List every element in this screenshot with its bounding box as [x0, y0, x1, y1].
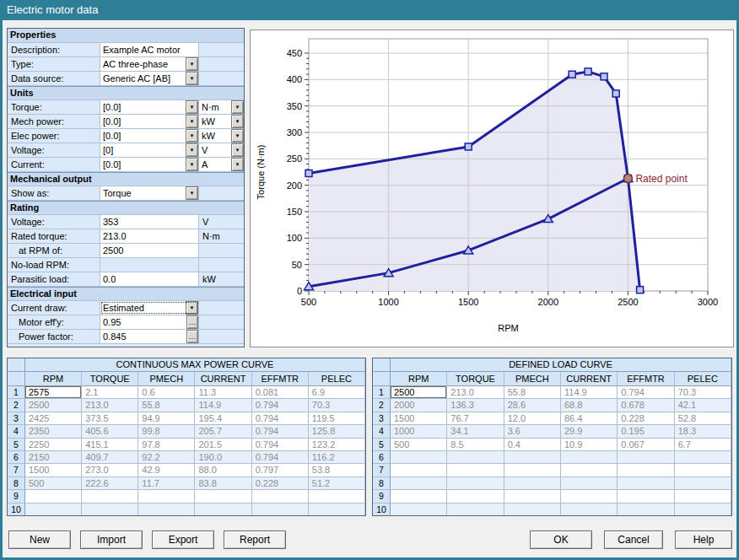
cell[interactable] — [447, 503, 504, 516]
data-source-dropdown[interactable]: Generic AC [AB]▼ — [100, 72, 198, 85]
cell[interactable]: 2350 — [25, 425, 82, 438]
chevron-down-icon[interactable]: ▼ — [186, 301, 198, 315]
new-button[interactable]: New — [8, 530, 71, 549]
cell[interactable]: 83.8 — [195, 477, 251, 490]
cell[interactable] — [618, 490, 674, 503]
cell[interactable]: 123.2 — [309, 439, 365, 451]
power-factor-input[interactable]: 0.845… — [100, 330, 198, 343]
cell[interactable]: 0.794 — [252, 399, 309, 412]
voltage-dropdown[interactable]: [0]▼ — [100, 143, 198, 157]
cell[interactable]: 0.067 — [618, 439, 674, 451]
cell[interactable]: 195.4 — [195, 412, 251, 425]
chevron-down-icon[interactable]: ▼ — [231, 115, 244, 128]
torque-dropdown[interactable]: [0.0]▼ — [100, 100, 198, 114]
ellipsis-icon[interactable]: … — [186, 315, 198, 329]
cell[interactable]: 500 — [25, 477, 82, 490]
cell[interactable] — [447, 477, 504, 490]
cell[interactable] — [391, 503, 447, 516]
row-number[interactable]: 9 — [8, 490, 25, 503]
chevron-down-icon[interactable]: ▼ — [231, 100, 244, 114]
cell[interactable]: 2500 — [25, 399, 82, 412]
cell[interactable] — [138, 503, 195, 516]
chevron-down-icon[interactable]: ▼ — [186, 129, 198, 143]
cell[interactable]: 2.1 — [82, 386, 138, 399]
cell[interactable]: 415.1 — [82, 439, 138, 451]
cell[interactable]: 0.797 — [252, 464, 309, 477]
row-number[interactable]: 3 — [8, 412, 25, 425]
cell[interactable] — [391, 490, 447, 503]
chevron-down-icon[interactable]: ▼ — [186, 57, 198, 71]
chevron-down-icon[interactable]: ▼ — [186, 115, 198, 128]
show-as-dropdown[interactable]: Torque▼ — [100, 186, 198, 200]
cell[interactable]: 28.6 — [504, 399, 561, 412]
torque-unit-dropdown[interactable]: N·m▼ — [199, 100, 244, 114]
cell[interactable] — [25, 503, 82, 516]
cell[interactable]: 0.794 — [618, 386, 674, 399]
cell[interactable]: 2250 — [25, 439, 82, 451]
cell[interactable]: 1500 — [25, 464, 82, 477]
cell[interactable] — [561, 503, 618, 516]
cell[interactable]: 2500 — [391, 386, 447, 399]
cell[interactable]: 55.8 — [138, 399, 195, 412]
chevron-down-icon[interactable]: ▼ — [186, 72, 198, 85]
row-number[interactable]: 6 — [8, 451, 25, 464]
cell[interactable] — [504, 503, 561, 516]
mech-power-dropdown[interactable]: [0.0]▼ — [100, 115, 198, 128]
cell[interactable] — [675, 490, 731, 503]
cell[interactable]: 34.1 — [447, 425, 504, 438]
cell[interactable]: 3.6 — [504, 425, 561, 438]
cell[interactable] — [561, 490, 618, 503]
report-button[interactable]: Report — [224, 530, 286, 549]
cell[interactable]: 11.7 — [138, 477, 195, 490]
cell[interactable]: 273.0 — [82, 464, 138, 477]
cell[interactable]: 405.6 — [82, 425, 138, 438]
cell[interactable] — [138, 490, 195, 503]
row-number[interactable]: 2 — [8, 399, 25, 412]
cell[interactable] — [195, 503, 251, 516]
cell[interactable] — [82, 503, 138, 516]
help-button[interactable]: Help — [675, 530, 732, 549]
cell[interactable]: 2425 — [25, 412, 82, 425]
cell[interactable]: 6.9 — [309, 386, 365, 399]
cell[interactable] — [504, 490, 561, 503]
row-number[interactable]: 4 — [8, 425, 25, 438]
cell[interactable]: 55.8 — [504, 386, 561, 399]
row-number[interactable]: 10 — [373, 503, 391, 516]
ok-button[interactable]: OK — [530, 530, 592, 549]
cell[interactable] — [675, 503, 731, 516]
cell[interactable]: 6.7 — [675, 439, 731, 451]
mech-power-unit-dropdown[interactable]: kW▼ — [199, 115, 244, 128]
cell[interactable]: 125.8 — [309, 425, 365, 438]
cell[interactable]: 51.2 — [309, 477, 365, 490]
cell[interactable] — [561, 451, 618, 464]
cell[interactable] — [447, 464, 504, 477]
cell[interactable] — [252, 503, 309, 516]
cell[interactable] — [618, 464, 674, 477]
cell[interactable] — [391, 464, 447, 477]
cell[interactable] — [309, 490, 365, 503]
chevron-down-icon[interactable]: ▼ — [186, 100, 198, 114]
cell[interactable] — [252, 490, 309, 503]
chevron-down-icon[interactable]: ▼ — [186, 143, 198, 157]
cell[interactable]: 373.5 — [82, 412, 138, 425]
cell[interactable]: 0.6 — [138, 386, 195, 399]
cell[interactable]: 222.6 — [82, 477, 138, 490]
cell[interactable] — [618, 503, 674, 516]
cell[interactable] — [561, 464, 618, 477]
cell[interactable]: 500 — [391, 439, 447, 451]
cell[interactable] — [447, 490, 504, 503]
cell[interactable]: 409.7 — [82, 451, 138, 464]
cell[interactable]: 0.195 — [618, 425, 674, 438]
cell[interactable] — [675, 451, 731, 464]
cell[interactable]: 0.794 — [252, 451, 309, 464]
current-dropdown[interactable]: [0.0]▼ — [100, 158, 198, 171]
row-number[interactable]: 3 — [373, 412, 391, 425]
chevron-down-icon[interactable]: ▼ — [186, 158, 198, 171]
cell[interactable]: 70.3 — [309, 399, 365, 412]
row-number[interactable]: 1 — [373, 386, 391, 399]
chevron-down-icon[interactable]: ▼ — [231, 158, 244, 171]
parasitic-load-input[interactable]: 0.0 — [100, 272, 199, 286]
cell[interactable] — [447, 451, 504, 464]
row-number[interactable]: 7 — [8, 464, 25, 477]
cell[interactable]: 29.9 — [561, 425, 618, 438]
